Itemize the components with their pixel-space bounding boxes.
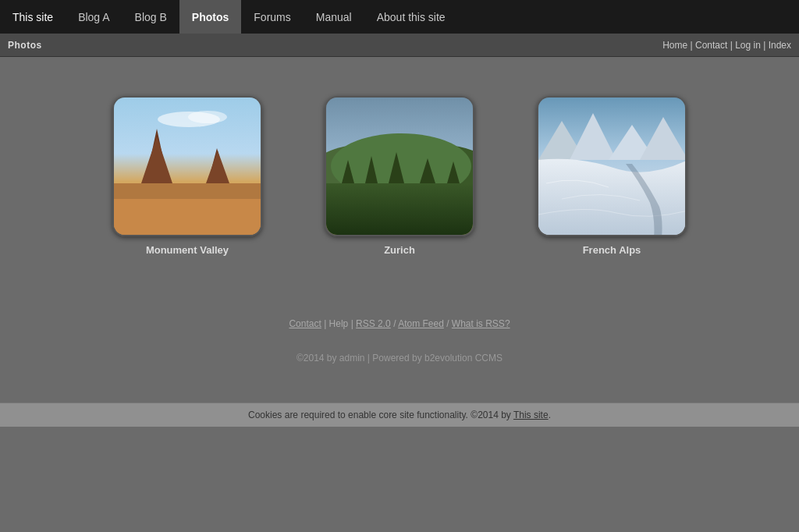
svg-rect-2: [114, 199, 262, 236]
page-title: Photos: [8, 40, 42, 51]
svg-point-8: [188, 111, 227, 123]
breadcrumb-index[interactable]: Index: [769, 40, 791, 51]
photo-item-monument-valley[interactable]: Monument Valley: [112, 96, 262, 256]
footer-help: Help: [329, 318, 349, 329]
footer-copyright: ©2014 by admin | Powered by b2evolution …: [47, 353, 752, 379]
cookie-text-before: Cookies are required to enable core site…: [248, 410, 513, 420]
photo-item-zurich[interactable]: Zurich: [325, 96, 474, 256]
footer-link-atom[interactable]: Atom Feed: [398, 318, 444, 329]
photo-thumb-zurich: [325, 96, 474, 236]
photo-grid: Monument Valley: [47, 96, 752, 256]
cookie-bar: Cookies are required to enable core site…: [0, 403, 799, 427]
nav-item-manual[interactable]: Manual: [304, 0, 364, 34]
cookie-this-site-link[interactable]: This site: [513, 410, 549, 420]
svg-rect-13: [326, 183, 474, 236]
nav-item-blog-b[interactable]: Blog B: [123, 0, 179, 34]
footer-links: Contact | Help | RSS 2.0 / Atom Feed / W…: [47, 303, 752, 329]
main-nav: This site Blog A Blog B Photos Forums Ma…: [0, 0, 799, 34]
photo-thumb-monument-valley: [112, 96, 262, 236]
nav-item-about[interactable]: About this site: [364, 0, 458, 34]
nav-item-forums[interactable]: Forums: [241, 0, 303, 34]
photo-label-zurich: Zurich: [384, 244, 415, 256]
breadcrumb-login[interactable]: Log in: [735, 40, 761, 51]
breadcrumb-nav-links: Home | Contact | Log in | Index: [662, 40, 791, 51]
breadcrumb-bar: Photos Home | Contact | Log in | Index: [0, 34, 799, 57]
nav-item-photos[interactable]: Photos: [179, 0, 241, 34]
footer-link-contact[interactable]: Contact: [289, 318, 321, 329]
footer-sep-4: /: [446, 318, 452, 329]
photo-label-monument-valley: Monument Valley: [146, 244, 229, 256]
footer-link-whatisrss[interactable]: What is RSS?: [452, 318, 510, 329]
photo-thumb-french-alps: [537, 96, 687, 236]
cookie-text-after: .: [549, 410, 551, 420]
breadcrumb-contact[interactable]: Contact: [695, 40, 727, 51]
nav-item-this-site[interactable]: This site: [0, 0, 66, 34]
main-content: Monument Valley: [0, 57, 799, 403]
photo-label-french-alps: French Alps: [583, 244, 641, 256]
footer-link-rss[interactable]: RSS 2.0: [356, 318, 391, 329]
nav-item-blog-a[interactable]: Blog A: [66, 0, 122, 34]
breadcrumb-home[interactable]: Home: [662, 40, 687, 51]
photo-item-french-alps[interactable]: French Alps: [537, 96, 687, 256]
